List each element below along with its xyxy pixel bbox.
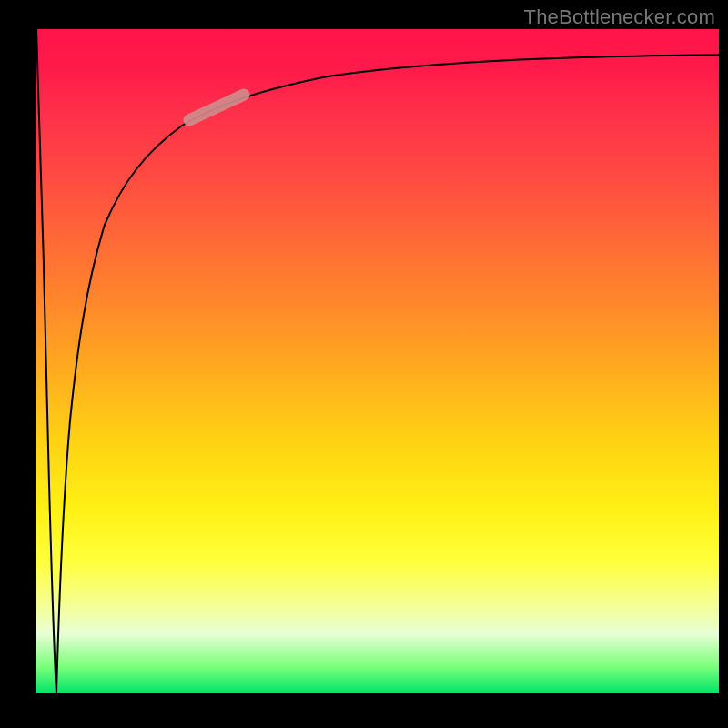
highlight-marker [189, 95, 244, 120]
plot-area [36, 29, 719, 693]
curve-right-branch [56, 55, 719, 693]
curve-svg [36, 29, 719, 693]
watermark-label: TheBottlenecker.com [524, 5, 715, 29]
chart-frame: TheBottlenecker.com [0, 0, 728, 728]
curve-left-branch [36, 29, 56, 693]
